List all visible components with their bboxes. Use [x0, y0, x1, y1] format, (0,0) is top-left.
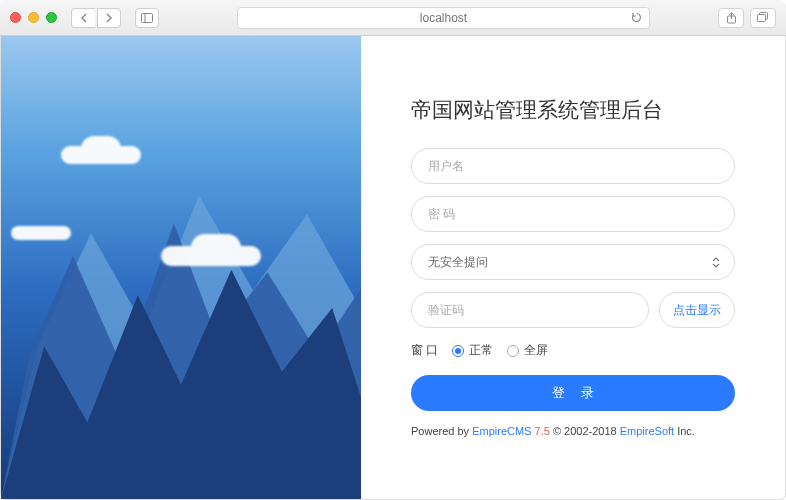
address-text: localhost	[420, 11, 467, 25]
share-button[interactable]	[718, 8, 744, 28]
version-text: 7.5	[535, 425, 550, 437]
nav-back-forward	[71, 8, 121, 28]
window-mode-option-normal[interactable]: 正常	[452, 342, 493, 359]
svg-rect-4	[758, 15, 766, 22]
company-link[interactable]: EmpireSoft	[620, 425, 674, 437]
address-bar[interactable]: localhost	[237, 7, 650, 29]
browser-chrome: localhost	[0, 0, 786, 36]
username-input[interactable]	[428, 159, 718, 173]
captcha-field-wrapper	[411, 292, 649, 328]
captcha-input[interactable]	[428, 303, 632, 317]
login-panel: 帝国网站管理系统管理后台 无安全提问 点击显示 窗 口	[361, 36, 785, 499]
security-question-selected-text: 无安全提问	[428, 254, 718, 271]
reload-icon[interactable]	[629, 11, 643, 25]
back-button[interactable]	[71, 8, 95, 28]
window-controls	[10, 12, 57, 23]
show-captcha-button[interactable]: 点击显示	[659, 292, 735, 328]
window-option-label: 全屏	[524, 342, 548, 359]
window-mode-row: 窗 口 正常 全屏	[411, 342, 735, 359]
login-button[interactable]: 登 录	[411, 375, 735, 411]
login-button-label: 登 录	[552, 385, 600, 400]
password-input[interactable]	[428, 207, 718, 221]
forward-button[interactable]	[97, 8, 121, 28]
close-window-icon[interactable]	[10, 12, 21, 23]
svg-rect-0	[142, 13, 153, 22]
show-captcha-label: 点击显示	[673, 302, 721, 319]
window-mode-option-fullscreen[interactable]: 全屏	[507, 342, 548, 359]
window-mode-label: 窗 口	[411, 342, 438, 359]
product-link[interactable]: EmpireCMS	[472, 425, 531, 437]
hero-image	[1, 36, 361, 499]
security-question-select[interactable]: 无安全提问	[411, 244, 735, 280]
chevron-updown-icon	[712, 257, 720, 268]
minimize-window-icon[interactable]	[28, 12, 39, 23]
tabs-button[interactable]	[750, 8, 776, 28]
username-field-wrapper	[411, 148, 735, 184]
radio-icon	[452, 345, 464, 357]
page-title: 帝国网站管理系统管理后台	[411, 96, 735, 124]
footer-text: Powered by EmpireCMS 7.5 © 2002-2018 Emp…	[411, 425, 735, 437]
password-field-wrapper	[411, 196, 735, 232]
sidebar-button[interactable]	[135, 8, 159, 28]
window-option-label: 正常	[469, 342, 493, 359]
zoom-window-icon[interactable]	[46, 12, 57, 23]
radio-icon	[507, 345, 519, 357]
